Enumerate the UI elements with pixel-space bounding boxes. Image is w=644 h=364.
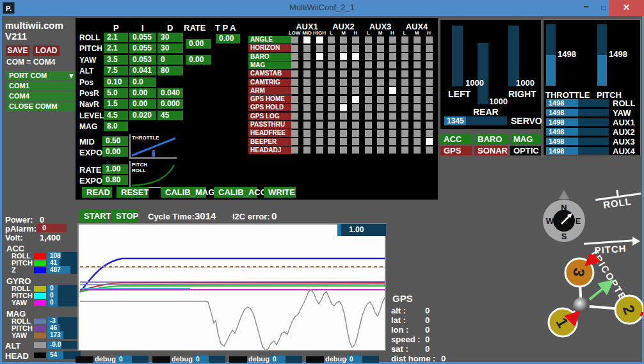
aux-checkbox-headadj-4[interactable] (340, 146, 347, 154)
aux-checkbox-baro-0[interactable] (291, 53, 298, 60)
port-item-com4[interactable]: COM4 (6, 91, 76, 101)
pid-pitch-i-field[interactable]: 0.055 (129, 44, 156, 53)
aux-checkbox-horizon-4[interactable] (340, 45, 347, 52)
aux-checkbox-headfree-8[interactable] (389, 130, 396, 137)
aux-checkbox-gps-hold-10[interactable] (414, 104, 421, 111)
aux-checkbox-mag-10[interactable] (414, 61, 421, 68)
aux-checkbox-baro-11[interactable] (426, 53, 433, 60)
pid-navr-i-field[interactable]: 0.00 (129, 99, 156, 109)
aux-checkbox-headfree-1[interactable] (303, 130, 310, 137)
aux-checkbox-gps-log-10[interactable] (414, 113, 421, 120)
pid-yaw-d-field[interactable]: 0 (157, 55, 183, 65)
aux-checkbox-angle-3[interactable] (328, 36, 335, 44)
aux-checkbox-camtrig-5[interactable] (352, 79, 359, 86)
aux-checkbox-camtrig-11[interactable] (426, 79, 433, 86)
pid-navr-d-field[interactable]: 0.000 (157, 99, 183, 109)
rate-rollpitch-field[interactable]: 0.00 (186, 39, 211, 49)
aux-checkbox-gps-hold-2[interactable] (316, 104, 323, 111)
aux-checkbox-gps-log-1[interactable] (303, 113, 310, 120)
aux-checkbox-beeper-3[interactable] (328, 138, 335, 145)
aux-checkbox-passthru-2[interactable] (316, 122, 323, 129)
aux-checkbox-baro-5[interactable] (352, 53, 359, 60)
aux-checkbox-arm-9[interactable] (401, 87, 408, 94)
aux-checkbox-camstab-3[interactable] (328, 70, 335, 77)
aux-checkbox-mag-6[interactable] (365, 61, 372, 68)
aux-checkbox-mag-1[interactable] (303, 61, 310, 68)
aux-checkbox-mag-11[interactable] (426, 61, 433, 68)
aux-checkbox-headfree-6[interactable] (365, 130, 372, 137)
aux-checkbox-angle-9[interactable] (401, 36, 408, 44)
aux-checkbox-gps-hold-5[interactable] (352, 104, 359, 111)
tpa-field[interactable]: 0.00 (216, 34, 240, 44)
aux-checkbox-arm-3[interactable] (328, 87, 335, 94)
aux-checkbox-gps-hold-4[interactable] (340, 104, 347, 111)
port-com-dropdown[interactable]: PORT COM ▾ (6, 71, 76, 81)
aux-checkbox-camstab-6[interactable] (365, 70, 372, 77)
aux-checkbox-horizon-9[interactable] (401, 45, 408, 52)
aux-checkbox-headfree-5[interactable] (352, 130, 359, 137)
read-button[interactable]: READ (82, 187, 112, 198)
aux-checkbox-camtrig-10[interactable] (414, 79, 421, 86)
aux-checkbox-passthru-6[interactable] (365, 122, 372, 129)
aux-checkbox-camtrig-3[interactable] (328, 79, 335, 86)
aux-checkbox-camtrig-9[interactable] (401, 79, 408, 86)
aux-checkbox-headadj-7[interactable] (377, 146, 384, 154)
aux-checkbox-horizon-0[interactable] (291, 45, 298, 52)
aux-checkbox-angle-8[interactable] (389, 36, 396, 44)
aux-checkbox-camstab-2[interactable] (316, 70, 323, 77)
pid-yaw-p-field[interactable]: 3.5 (104, 55, 128, 65)
aux-checkbox-passthru-8[interactable] (389, 122, 396, 129)
aux-checkbox-beeper-4[interactable] (340, 138, 347, 145)
aux-checkbox-gps-hold-3[interactable] (328, 104, 335, 111)
aux-checkbox-angle-10[interactable] (414, 36, 421, 44)
port-item-close-comm[interactable]: CLOSE COMM (6, 102, 76, 111)
pid-yaw-i-field[interactable]: 0.053 (129, 55, 156, 65)
aux-checkbox-arm-6[interactable] (365, 87, 372, 94)
aux-checkbox-headadj-11[interactable] (426, 146, 433, 154)
aux-checkbox-gps-log-2[interactable] (316, 113, 323, 120)
aux-checkbox-camtrig-1[interactable] (303, 79, 310, 86)
aux-checkbox-gps-log-4[interactable] (340, 113, 347, 120)
pid-roll-i-field[interactable]: 0.055 (129, 33, 156, 42)
aux-checkbox-horizon-11[interactable] (426, 45, 433, 52)
aux-checkbox-mag-5[interactable] (352, 61, 359, 68)
aux-checkbox-camstab-7[interactable] (377, 70, 384, 77)
aux-checkbox-headadj-9[interactable] (401, 146, 408, 154)
aux-checkbox-horizon-10[interactable] (414, 45, 421, 52)
pid-level-d-field[interactable]: 45 (157, 111, 183, 120)
aux-checkbox-camtrig-6[interactable] (365, 79, 372, 86)
aux-checkbox-baro-3[interactable] (328, 53, 335, 60)
aux-checkbox-gps-hold-8[interactable] (389, 104, 396, 111)
aux-checkbox-horizon-6[interactable] (365, 45, 372, 52)
aux-checkbox-passthru-7[interactable] (377, 122, 384, 129)
start-button[interactable]: START (79, 210, 108, 222)
pid-roll-d-field[interactable]: 30 (157, 33, 183, 42)
aux-checkbox-gps-log-3[interactable] (328, 113, 335, 120)
aux-checkbox-camtrig-8[interactable] (389, 79, 396, 86)
aux-checkbox-camstab-4[interactable] (340, 70, 347, 77)
pid-pos-p-field[interactable]: 0.10 (104, 77, 128, 87)
aux-checkbox-gps-log-8[interactable] (389, 113, 396, 120)
pid-level-p-field[interactable]: 4.5 (104, 111, 128, 120)
aux-checkbox-camtrig-4[interactable] (340, 79, 347, 86)
aux-checkbox-camstab-8[interactable] (389, 70, 396, 77)
aux-checkbox-baro-9[interactable] (401, 53, 408, 60)
calib_mag-button[interactable]: CALIB_MAG (161, 187, 206, 198)
aux-checkbox-beeper-9[interactable] (401, 138, 408, 145)
aux-checkbox-passthru-10[interactable] (414, 122, 421, 129)
aux-checkbox-gps-home-6[interactable] (365, 96, 372, 103)
aux-checkbox-gps-hold-9[interactable] (401, 104, 408, 111)
aux-checkbox-mag-7[interactable] (377, 61, 384, 68)
aux-checkbox-arm-10[interactable] (414, 87, 421, 94)
aux-checkbox-headadj-8[interactable] (389, 146, 396, 154)
aux-checkbox-angle-2[interactable] (316, 36, 323, 44)
calib_acc-button[interactable]: CALIB_ACC (214, 187, 257, 198)
aux-checkbox-gps-home-4[interactable] (340, 96, 347, 103)
aux-checkbox-camstab-10[interactable] (414, 70, 421, 77)
port-item-com1[interactable]: COM1 (6, 81, 76, 91)
aux-checkbox-headadj-2[interactable] (316, 146, 323, 154)
aux-checkbox-gps-home-8[interactable] (389, 96, 396, 103)
aux-checkbox-passthru-9[interactable] (401, 122, 408, 129)
graph-scale-selector[interactable]: 1.00 (337, 224, 386, 236)
aux-checkbox-arm-0[interactable] (291, 87, 298, 94)
